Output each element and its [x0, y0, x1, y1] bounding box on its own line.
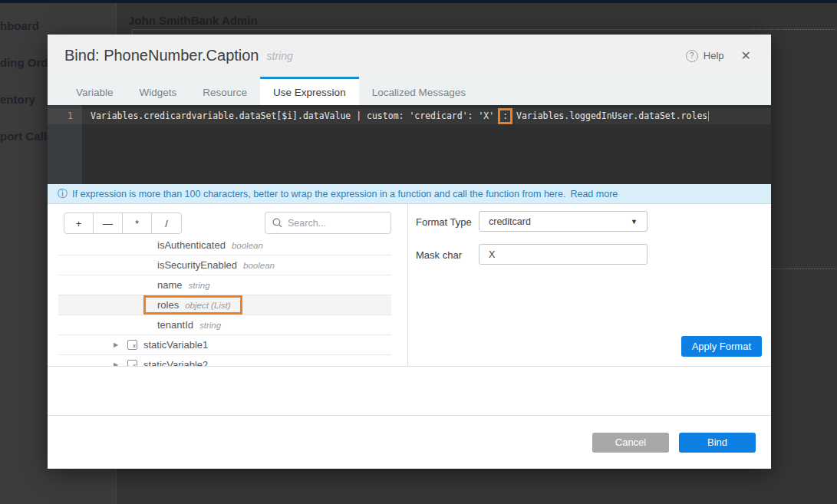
help-icon: ?	[686, 50, 698, 62]
multiply-operator-button[interactable]: *	[123, 213, 152, 233]
plus-operator-button[interactable]: +	[64, 213, 94, 233]
text-cursor	[708, 111, 709, 121]
format-type-dropdown[interactable]: creditcard ▼	[479, 211, 648, 232]
tree-label: tenantId	[157, 319, 193, 331]
variable-icon: x	[127, 340, 137, 350]
canvas-page-title: John SmithBank Admin	[128, 14, 258, 27]
dialog-header: Bind: PhoneNumber.Caption string ? Help …	[48, 35, 771, 77]
editor-code-area[interactable]: Variables.credicardvariable.dataSet[$i].…	[82, 105, 771, 184]
format-panel: Format Type creditcard ▼ Mask char Apply…	[408, 204, 771, 366]
tree-type: object (List)	[185, 301, 230, 310]
expression-after: Variables.loggedInUser.dataSet.roles	[511, 110, 707, 121]
divide-operator-button[interactable]: /	[152, 213, 181, 233]
chevron-down-icon: ▼	[631, 218, 638, 226]
tree-type: string	[189, 281, 210, 290]
mask-char-label: Mask char	[416, 249, 462, 261]
expression-before: Variables.credicardvariable.dataSet[$i].…	[91, 110, 499, 121]
dialog-title: Bind: PhoneNumber.Caption	[64, 47, 259, 64]
variables-panel: + — * / isAuthenticated boolean isSecuri…	[48, 204, 408, 366]
expression-info-bar: ⓘ If expression is more than 100 charact…	[48, 184, 771, 204]
read-more-link[interactable]: Read more	[570, 189, 618, 199]
tree-type: boolean	[243, 261, 275, 270]
tree-row-isauthenticated[interactable]: isAuthenticated boolean	[58, 236, 391, 255]
tab-use-expression[interactable]: Use Expression	[260, 77, 359, 105]
tree-row-roles[interactable]: roles object (List)	[58, 295, 391, 315]
tree-row-staticvariable1[interactable]: ▶ x staticVariable1	[58, 335, 391, 355]
expand-arrow-icon[interactable]: ▶	[114, 341, 127, 348]
format-type-label: Format Type	[416, 216, 472, 228]
dialog-tabs: Variable Widgets Resource Use Expression…	[48, 77, 771, 105]
tree-type: boolean	[232, 241, 263, 250]
dialog-spacer	[48, 366, 771, 415]
minus-operator-button[interactable]: —	[94, 213, 123, 233]
variable-icon: x	[127, 360, 137, 366]
tree-type: string	[199, 321, 221, 330]
tab-localized-messages[interactable]: Localized Messages	[359, 77, 479, 105]
tab-variable[interactable]: Variable	[63, 77, 127, 105]
expression-line: Variables.credicardvariable.dataSet[$i].…	[82, 108, 771, 124]
app-top-bar	[0, 0, 837, 3]
tree-label: isSecurityEnabled	[157, 259, 237, 271]
sidebar-item-dashboard[interactable]: hboard	[0, 19, 117, 32]
tree-label: isAuthenticated	[157, 239, 226, 251]
help-button[interactable]: ? Help	[686, 50, 724, 62]
mask-char-input[interactable]	[479, 244, 648, 265]
bind-dialog: Bind: PhoneNumber.Caption string ? Help …	[48, 35, 771, 469]
dialog-footer: Cancel Bind	[48, 415, 771, 469]
bind-button[interactable]: Bind	[679, 433, 756, 453]
tree-label: roles	[157, 299, 179, 311]
info-icon: ⓘ	[58, 189, 68, 199]
tree-label: staticVariable2	[143, 359, 208, 366]
apply-format-button[interactable]: Apply Format	[681, 336, 762, 357]
tab-widgets[interactable]: Widgets	[127, 77, 190, 105]
tree-label: staticVariable1	[143, 339, 208, 351]
format-type-value: creditcard	[489, 216, 531, 227]
close-icon[interactable]: ✕	[738, 47, 754, 64]
variable-search[interactable]	[265, 212, 391, 234]
help-label: Help	[704, 50, 724, 61]
tree-row-name[interactable]: name string	[58, 275, 391, 295]
tree-row-tenantid[interactable]: tenantId string	[58, 315, 391, 335]
editor-line-number: 1	[48, 108, 82, 124]
editor-gutter: 1	[48, 105, 82, 184]
tab-resource[interactable]: Resource	[189, 77, 260, 105]
variables-tree: isAuthenticated boolean isSecurityEnable…	[48, 236, 408, 366]
search-icon	[272, 218, 282, 228]
dialog-title-type: string	[267, 50, 293, 62]
search-input[interactable]	[288, 218, 384, 229]
cancel-button[interactable]: Cancel	[592, 433, 669, 453]
tree-row-issecurityenabled[interactable]: isSecurityEnabled boolean	[58, 255, 391, 275]
roles-highlight-box: roles object (List)	[143, 295, 242, 315]
expand-arrow-icon[interactable]: ▶	[114, 361, 127, 366]
operator-buttons: + — * /	[64, 212, 182, 234]
dialog-content: + — * / isAuthenticated boolean isSecuri…	[48, 204, 771, 366]
info-text: If expression is more than 100 character…	[72, 189, 565, 199]
tree-row-staticvariable2[interactable]: ▶ x staticVariable2	[58, 355, 391, 366]
expression-editor[interactable]: 1 Variables.credicardvariable.dataSet[$i…	[48, 105, 771, 184]
tree-label: name	[157, 279, 183, 291]
